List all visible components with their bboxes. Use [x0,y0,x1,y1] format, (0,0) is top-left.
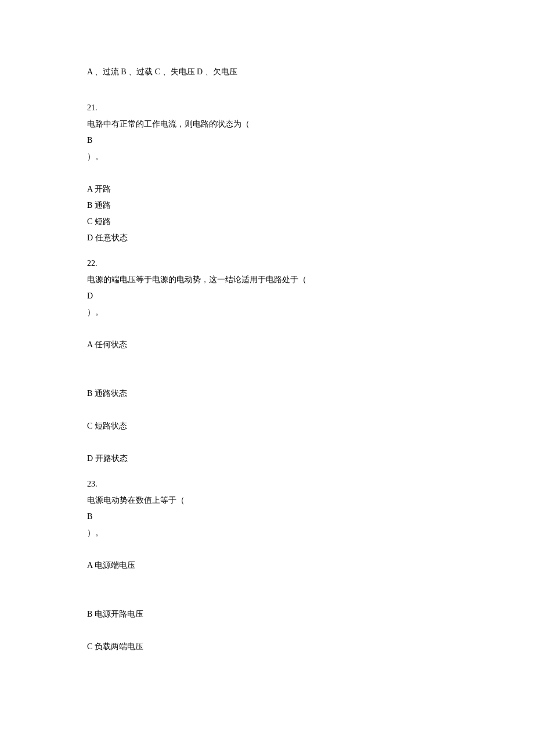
q21-answer: B [87,132,447,149]
q23-option-c: C 负载两端电压 [87,639,447,655]
q21-option-b: B 通路 [87,197,447,214]
q22-num: 22. [87,255,447,272]
q21-stem: 电路中有正常的工作电流，则电路的状态为（ [87,116,447,132]
q22-option-b: B 通路状态 [87,386,447,402]
q21-option-c: C 短路 [87,214,447,230]
q22-answer: D [87,288,447,304]
q22-option-c: C 短路状态 [87,418,447,434]
q22-option-a: A 任何状态 [87,337,447,353]
q23-num: 23. [87,476,447,492]
q23-option-a: A 电源端电压 [87,557,447,574]
q20-options: A 、过流 B 、过载 C 、失电压 D 、欠电压 [87,64,447,80]
q23-option-b: B 电源开路电压 [87,606,447,622]
q22-stem: 电源的端电压等于电源的电动势，这一结论适用于电路处于（ [87,272,447,288]
q21-option-a: A 开路 [87,181,447,197]
q23-answer: B [87,509,447,525]
q21-option-d: D 任意状态 [87,230,447,246]
q22-option-d: D 开路状态 [87,451,447,467]
q21-close: ）。 [87,149,447,165]
q23-close: ）。 [87,525,447,541]
q21-block: 21. 电路中有正常的工作电流，则电路的状态为（ B ）。 A 开路 B 通路 … [87,100,447,246]
q23-block: 23. 电源电动势在数值上等于（ B ）。 A 电源端电压 B 电源开路电压 C… [87,476,447,655]
q22-block: 22. 电源的端电压等于电源的电动势，这一结论适用于电路处于（ D ）。 A 任… [87,255,447,467]
q21-num: 21. [87,100,447,116]
q23-stem: 电源电动势在数值上等于（ [87,492,447,509]
q22-close: ）。 [87,304,447,321]
